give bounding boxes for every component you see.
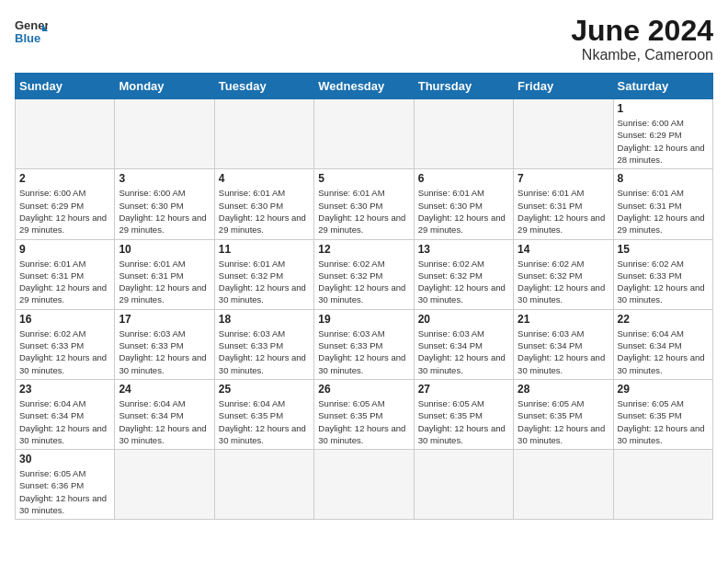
day-number: 12 bbox=[318, 243, 409, 256]
calendar-cell: 9Sunrise: 6:01 AM Sunset: 6:31 PM Daylig… bbox=[16, 239, 115, 309]
calendar-cell: 17Sunrise: 6:03 AM Sunset: 6:33 PM Dayli… bbox=[115, 309, 214, 379]
day-number: 4 bbox=[219, 172, 310, 185]
calendar-cell: 14Sunrise: 6:02 AM Sunset: 6:32 PM Dayli… bbox=[514, 239, 613, 309]
day-info: Sunrise: 6:05 AM Sunset: 6:35 PM Dayligh… bbox=[518, 397, 609, 446]
day-number: 27 bbox=[418, 383, 509, 396]
day-info: Sunrise: 6:03 AM Sunset: 6:34 PM Dayligh… bbox=[418, 327, 509, 376]
calendar-cell bbox=[115, 450, 214, 520]
calendar-cell: 23Sunrise: 6:04 AM Sunset: 6:34 PM Dayli… bbox=[16, 379, 115, 449]
day-number: 20 bbox=[418, 313, 509, 326]
day-number: 26 bbox=[318, 383, 409, 396]
day-info: Sunrise: 6:04 AM Sunset: 6:35 PM Dayligh… bbox=[219, 397, 310, 446]
day-number: 22 bbox=[618, 313, 709, 326]
day-number: 8 bbox=[618, 172, 709, 185]
calendar-week-2: 9Sunrise: 6:01 AM Sunset: 6:31 PM Daylig… bbox=[16, 239, 713, 309]
day-info: Sunrise: 6:04 AM Sunset: 6:34 PM Dayligh… bbox=[618, 327, 709, 376]
day-info: Sunrise: 6:05 AM Sunset: 6:35 PM Dayligh… bbox=[318, 397, 409, 446]
calendar-table: SundayMondayTuesdayWednesdayThursdayFrid… bbox=[15, 73, 713, 520]
calendar-body: 1Sunrise: 6:00 AM Sunset: 6:29 PM Daylig… bbox=[16, 99, 713, 520]
calendar-week-4: 23Sunrise: 6:04 AM Sunset: 6:34 PM Dayli… bbox=[16, 379, 713, 449]
calendar-week-5: 30Sunrise: 6:05 AM Sunset: 6:36 PM Dayli… bbox=[16, 450, 713, 520]
day-number: 6 bbox=[418, 172, 509, 185]
weekday-header-friday: Friday bbox=[514, 74, 613, 99]
calendar-cell bbox=[16, 99, 115, 169]
day-info: Sunrise: 6:01 AM Sunset: 6:32 PM Dayligh… bbox=[219, 258, 310, 306]
day-info: Sunrise: 6:00 AM Sunset: 6:29 PM Dayligh… bbox=[618, 117, 709, 166]
calendar-cell: 25Sunrise: 6:04 AM Sunset: 6:35 PM Dayli… bbox=[214, 379, 313, 449]
calendar-header: SundayMondayTuesdayWednesdayThursdayFrid… bbox=[16, 74, 713, 99]
day-info: Sunrise: 6:03 AM Sunset: 6:34 PM Dayligh… bbox=[518, 327, 609, 376]
calendar-cell: 7Sunrise: 6:01 AM Sunset: 6:31 PM Daylig… bbox=[514, 169, 613, 239]
weekday-header-tuesday: Tuesday bbox=[214, 74, 313, 99]
day-number: 21 bbox=[518, 313, 609, 326]
calendar-cell: 26Sunrise: 6:05 AM Sunset: 6:35 PM Dayli… bbox=[314, 379, 414, 449]
day-info: Sunrise: 6:02 AM Sunset: 6:33 PM Dayligh… bbox=[19, 327, 110, 376]
day-number: 7 bbox=[518, 172, 609, 185]
calendar-cell bbox=[214, 99, 313, 169]
day-number: 19 bbox=[318, 313, 409, 326]
calendar-cell: 4Sunrise: 6:01 AM Sunset: 6:30 PM Daylig… bbox=[214, 169, 313, 239]
calendar-cell: 24Sunrise: 6:04 AM Sunset: 6:34 PM Dayli… bbox=[115, 379, 214, 449]
calendar-cell: 18Sunrise: 6:03 AM Sunset: 6:33 PM Dayli… bbox=[214, 309, 313, 379]
calendar-week-1: 2Sunrise: 6:00 AM Sunset: 6:29 PM Daylig… bbox=[16, 169, 713, 239]
day-number: 9 bbox=[19, 243, 110, 256]
weekday-row: SundayMondayTuesdayWednesdayThursdayFrid… bbox=[16, 74, 713, 99]
calendar-cell bbox=[414, 99, 513, 169]
day-number: 30 bbox=[19, 453, 110, 465]
svg-text:Blue: Blue bbox=[15, 31, 40, 45]
day-number: 14 bbox=[518, 243, 609, 256]
day-info: Sunrise: 6:04 AM Sunset: 6:34 PM Dayligh… bbox=[19, 397, 110, 446]
day-info: Sunrise: 6:03 AM Sunset: 6:33 PM Dayligh… bbox=[219, 327, 310, 376]
day-info: Sunrise: 6:02 AM Sunset: 6:32 PM Dayligh… bbox=[318, 258, 409, 306]
day-info: Sunrise: 6:01 AM Sunset: 6:31 PM Dayligh… bbox=[618, 187, 709, 236]
calendar-cell bbox=[414, 450, 513, 520]
calendar-cell: 1Sunrise: 6:00 AM Sunset: 6:29 PM Daylig… bbox=[613, 99, 712, 169]
calendar-cell: 19Sunrise: 6:03 AM Sunset: 6:33 PM Dayli… bbox=[314, 309, 414, 379]
day-number: 13 bbox=[418, 243, 509, 256]
calendar-cell: 2Sunrise: 6:00 AM Sunset: 6:29 PM Daylig… bbox=[16, 169, 115, 239]
day-number: 25 bbox=[219, 383, 310, 396]
day-info: Sunrise: 6:01 AM Sunset: 6:30 PM Dayligh… bbox=[318, 187, 409, 236]
day-info: Sunrise: 6:03 AM Sunset: 6:33 PM Dayligh… bbox=[318, 327, 409, 376]
day-info: Sunrise: 6:05 AM Sunset: 6:35 PM Dayligh… bbox=[418, 397, 509, 446]
day-number: 1 bbox=[618, 102, 709, 115]
calendar-cell: 11Sunrise: 6:01 AM Sunset: 6:32 PM Dayli… bbox=[214, 239, 313, 309]
weekday-header-saturday: Saturday bbox=[613, 74, 712, 99]
calendar-cell: 28Sunrise: 6:05 AM Sunset: 6:35 PM Dayli… bbox=[514, 379, 613, 449]
day-info: Sunrise: 6:02 AM Sunset: 6:32 PM Dayligh… bbox=[418, 258, 509, 306]
calendar-cell bbox=[514, 99, 613, 169]
day-number: 28 bbox=[518, 383, 609, 396]
calendar-cell: 8Sunrise: 6:01 AM Sunset: 6:31 PM Daylig… bbox=[613, 169, 712, 239]
title-area: June 2024 Nkambe, Cameroon bbox=[571, 15, 713, 63]
calendar-cell: 5Sunrise: 6:01 AM Sunset: 6:30 PM Daylig… bbox=[314, 169, 414, 239]
day-info: Sunrise: 6:01 AM Sunset: 6:31 PM Dayligh… bbox=[119, 258, 210, 306]
day-info: Sunrise: 6:02 AM Sunset: 6:32 PM Dayligh… bbox=[518, 258, 609, 306]
weekday-header-thursday: Thursday bbox=[414, 74, 513, 99]
day-number: 11 bbox=[219, 243, 310, 256]
day-info: Sunrise: 6:04 AM Sunset: 6:34 PM Dayligh… bbox=[119, 397, 210, 446]
day-number: 10 bbox=[119, 243, 210, 256]
calendar-cell: 20Sunrise: 6:03 AM Sunset: 6:34 PM Dayli… bbox=[414, 309, 513, 379]
calendar-subtitle: Nkambe, Cameroon bbox=[571, 47, 713, 63]
calendar-cell: 30Sunrise: 6:05 AM Sunset: 6:36 PM Dayli… bbox=[16, 450, 115, 520]
day-info: Sunrise: 6:01 AM Sunset: 6:30 PM Dayligh… bbox=[219, 187, 310, 236]
day-info: Sunrise: 6:03 AM Sunset: 6:33 PM Dayligh… bbox=[119, 327, 210, 376]
day-number: 3 bbox=[119, 172, 210, 185]
day-info: Sunrise: 6:00 AM Sunset: 6:29 PM Dayligh… bbox=[19, 187, 110, 236]
header: General Blue June 2024 Nkambe, Cameroon bbox=[15, 15, 713, 63]
calendar-cell: 6Sunrise: 6:01 AM Sunset: 6:30 PM Daylig… bbox=[414, 169, 513, 239]
day-number: 18 bbox=[219, 313, 310, 326]
logo-icon: General Blue bbox=[15, 15, 48, 48]
day-info: Sunrise: 6:02 AM Sunset: 6:33 PM Dayligh… bbox=[618, 258, 709, 306]
calendar-cell: 27Sunrise: 6:05 AM Sunset: 6:35 PM Dayli… bbox=[414, 379, 513, 449]
day-number: 16 bbox=[19, 313, 110, 326]
day-number: 15 bbox=[618, 243, 709, 256]
day-info: Sunrise: 6:00 AM Sunset: 6:30 PM Dayligh… bbox=[119, 187, 210, 236]
calendar-cell bbox=[115, 99, 214, 169]
calendar-cell: 13Sunrise: 6:02 AM Sunset: 6:32 PM Dayli… bbox=[414, 239, 513, 309]
calendar-cell bbox=[214, 450, 313, 520]
calendar-cell: 10Sunrise: 6:01 AM Sunset: 6:31 PM Dayli… bbox=[115, 239, 214, 309]
weekday-header-monday: Monday bbox=[115, 74, 214, 99]
day-number: 29 bbox=[618, 383, 709, 396]
day-info: Sunrise: 6:05 AM Sunset: 6:35 PM Dayligh… bbox=[618, 397, 709, 446]
